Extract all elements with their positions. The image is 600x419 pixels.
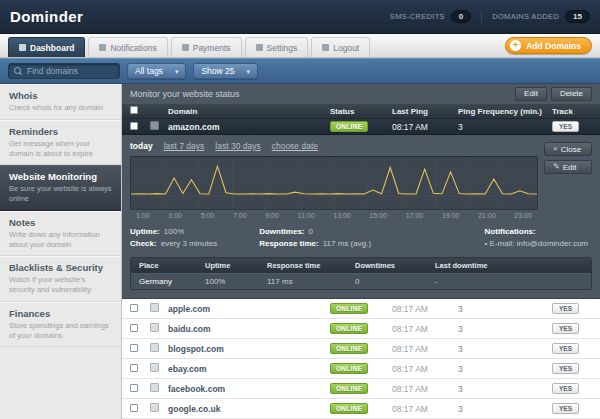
status-badge: ONLINE bbox=[330, 363, 368, 374]
table-row[interactable]: google.co.uk ONLINE 08:17 AM 3 YES bbox=[122, 399, 600, 419]
domain-search[interactable] bbox=[8, 63, 120, 79]
sidebar-item-website-monitoring[interactable]: Website Monitoring Be sure your website … bbox=[0, 165, 121, 211]
chevron-down-icon: ▾ bbox=[246, 68, 250, 75]
uptime-value: 100% bbox=[164, 227, 184, 236]
track-badge[interactable]: YES bbox=[552, 323, 579, 334]
domains-added-label: Domains added bbox=[492, 12, 559, 21]
last-ping-value: 08:17 AM bbox=[392, 304, 458, 314]
chevron-down-icon: ▾ bbox=[175, 68, 179, 75]
ping-frequency-value: 3 bbox=[458, 324, 552, 334]
range-tab-choose-date[interactable]: choose date bbox=[272, 141, 318, 151]
x-tick-label: 15:00 bbox=[369, 212, 387, 219]
domain-name[interactable]: google.co.uk bbox=[168, 404, 330, 414]
table-row[interactable]: ebay.com ONLINE 08:17 AM 3 YES bbox=[122, 359, 600, 379]
panel-header: Monitor your website status Edit Delete bbox=[122, 84, 600, 103]
sidebar-item-notes[interactable]: Notes Write down any information about y… bbox=[0, 211, 121, 257]
row-checkbox[interactable] bbox=[130, 404, 138, 412]
search-input[interactable] bbox=[27, 66, 114, 76]
tab-notifications-label: Notifications bbox=[110, 43, 156, 53]
settings-icon bbox=[256, 44, 263, 51]
delete-button[interactable]: Delete bbox=[551, 87, 592, 101]
response-time-cell: 117 ms bbox=[267, 277, 355, 286]
table-row[interactable]: blogspot.com ONLINE 08:17 AM 3 YES bbox=[122, 339, 600, 359]
close-button[interactable]: × Close bbox=[544, 142, 592, 156]
app-logo: Dominder bbox=[10, 8, 83, 25]
range-tab-today[interactable]: today bbox=[130, 141, 153, 151]
sidebar-item-title: Blacklists & Security bbox=[9, 262, 112, 273]
row-checkbox[interactable] bbox=[130, 324, 138, 332]
sidebar-item-desc: Be sure your website is always online bbox=[9, 184, 112, 204]
tab-logout-label: Logout bbox=[333, 43, 359, 53]
tab-settings-label: Settings bbox=[267, 43, 298, 53]
status-badge: ONLINE bbox=[330, 121, 368, 132]
tags-filter-dropdown[interactable]: All tags ▾ bbox=[127, 63, 186, 79]
sidebar-item-reminders[interactable]: Reminders Get message when your domain i… bbox=[0, 120, 121, 166]
sidebar-item-blacklists-security[interactable]: Blacklists & Security Watch if your webs… bbox=[0, 256, 121, 302]
edit-button[interactable]: Edit bbox=[515, 87, 547, 101]
sidebar-item-whois[interactable]: Whois Check whois for any domain bbox=[0, 84, 121, 120]
track-badge[interactable]: YES bbox=[552, 303, 579, 314]
row-checkbox[interactable] bbox=[130, 122, 138, 130]
x-tick-label: 23:00 bbox=[514, 212, 532, 219]
sidebar-item-finances[interactable]: Finances Store spendings and earnings of… bbox=[0, 302, 121, 348]
table-row-selected[interactable]: amazon.com ONLINE 08:17 AM 3 YES bbox=[122, 119, 600, 135]
domain-name[interactable]: baidu.com bbox=[168, 324, 330, 334]
sidebar-item-desc: Store spendings and earnings of your dom… bbox=[9, 321, 112, 341]
payments-icon bbox=[182, 44, 189, 51]
downtimes-label: Downtimes: bbox=[259, 227, 304, 236]
col-place: Place bbox=[139, 261, 205, 270]
status-badge: ONLINE bbox=[330, 383, 368, 394]
track-badge[interactable]: YES bbox=[552, 383, 579, 394]
ping-frequency-value: 3 bbox=[458, 384, 552, 394]
date-range-tabs: today last 7 days last 30 days choose da… bbox=[130, 141, 538, 151]
range-tab-last-30-days[interactable]: last 30 days bbox=[215, 141, 260, 151]
row-checkbox[interactable] bbox=[130, 304, 138, 312]
response-time-label: Response time: bbox=[259, 239, 319, 248]
domain-name[interactable]: facebook.com bbox=[168, 384, 330, 394]
select-all-checkbox[interactable] bbox=[130, 106, 138, 114]
chart-grid bbox=[131, 157, 537, 209]
track-badge[interactable]: YES bbox=[552, 363, 579, 374]
tab-settings[interactable]: Settings bbox=[245, 37, 309, 57]
table-row[interactable]: facebook.com ONLINE 08:17 AM 3 YES bbox=[122, 379, 600, 399]
notifications-label: Notifications: bbox=[485, 227, 536, 236]
tab-payments[interactable]: Payments bbox=[171, 37, 242, 57]
tab-dashboard[interactable]: Dashboard bbox=[8, 37, 85, 57]
domain-name[interactable]: ebay.com bbox=[168, 364, 330, 374]
x-tick-label: 5:00 bbox=[201, 212, 215, 219]
domain-name[interactable]: amazon.com bbox=[168, 122, 330, 132]
panel-title: Monitor your website status bbox=[130, 89, 511, 99]
domains-added-badge: 15 bbox=[565, 10, 590, 23]
add-domains-button[interactable]: + Add Domains bbox=[505, 37, 592, 54]
ping-frequency-value: 3 bbox=[458, 304, 552, 314]
col-last-downtime: Last downtime bbox=[435, 261, 583, 270]
row-checkbox[interactable] bbox=[130, 344, 138, 352]
range-tab-last-7-days[interactable]: last 7 days bbox=[164, 141, 205, 151]
domain-name[interactable]: blogspot.com bbox=[168, 344, 330, 354]
table-row[interactable]: apple.com ONLINE 08:17 AM 3 YES bbox=[122, 299, 600, 319]
last-ping-value: 08:17 AM bbox=[392, 404, 458, 414]
tab-notifications[interactable]: Notifications bbox=[88, 37, 167, 57]
row-checkbox[interactable] bbox=[130, 384, 138, 392]
last-ping-value: 08:17 AM bbox=[392, 122, 458, 132]
chart-x-labels: 1:003:005:007:009:0011:0013:0015:0017:00… bbox=[130, 210, 538, 219]
detail-edit-button[interactable]: ✎ Edit bbox=[544, 160, 592, 174]
col-response-time: Response time bbox=[267, 261, 355, 270]
track-badge[interactable]: YES bbox=[552, 121, 579, 132]
sidebar-item-desc: Get message when your domain is about to… bbox=[9, 139, 112, 159]
tab-logout[interactable]: Logout bbox=[311, 37, 370, 57]
table-row[interactable]: baidu.com ONLINE 08:17 AM 3 YES bbox=[122, 319, 600, 339]
last-ping-value: 08:17 AM bbox=[392, 344, 458, 354]
ping-frequency-value: 3 bbox=[458, 364, 552, 374]
domain-detail-panel: today last 7 days last 30 days choose da… bbox=[122, 135, 600, 299]
show-count-dropdown[interactable]: Show 25 ▾ bbox=[193, 63, 258, 79]
x-tick-label: 17:00 bbox=[406, 212, 424, 219]
track-badge[interactable]: YES bbox=[552, 343, 579, 354]
sms-credits-label: SMS-credits bbox=[390, 12, 445, 21]
domain-name[interactable]: apple.com bbox=[168, 304, 330, 314]
detail-edit-button-label: Edit bbox=[563, 163, 577, 172]
track-badge[interactable]: YES bbox=[552, 403, 579, 414]
row-checkbox[interactable] bbox=[130, 364, 138, 372]
table-header: Domain Status Last Ping Ping Frequency (… bbox=[122, 103, 600, 119]
notifications-icon bbox=[99, 44, 106, 51]
